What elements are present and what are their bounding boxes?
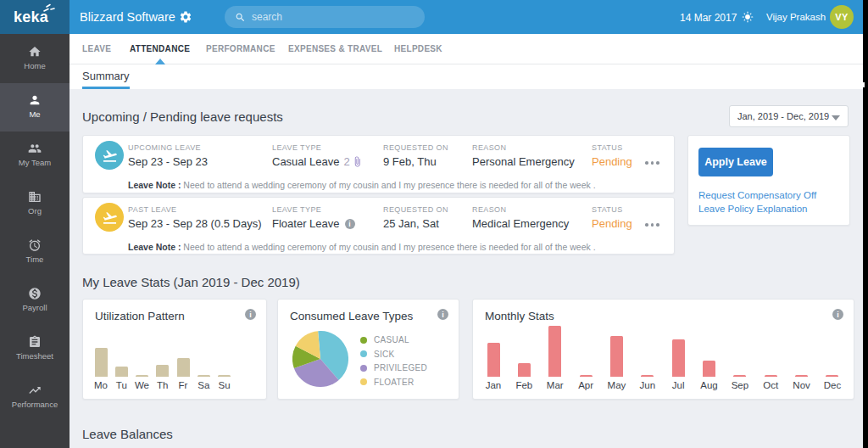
- bar-dec: [826, 375, 838, 377]
- bar-axis-label: Su: [219, 380, 231, 390]
- performance-icon: [28, 384, 42, 397]
- leave-plane-icon: [95, 203, 124, 232]
- user-avatar[interactable]: VY: [830, 5, 854, 29]
- link-request-compensatory-off[interactable]: Request Compensatory Off: [698, 190, 816, 200]
- tab-performance[interactable]: PERFORMANCE: [206, 44, 275, 53]
- info-icon[interactable]: i: [832, 309, 843, 320]
- sidebar-item-label: Me: [0, 109, 70, 119]
- chevron-down-icon: [832, 115, 840, 120]
- bar-axis-label: Apr: [578, 380, 593, 390]
- bar-may: [610, 336, 623, 377]
- bar-sep: [733, 375, 746, 377]
- leave-note: Leave Note : Need to attend a wedding ce…: [128, 180, 596, 190]
- bar-we: [136, 375, 148, 377]
- bar-oct: [765, 375, 777, 377]
- legend-item-casual: CASUAL: [360, 335, 409, 344]
- tab-leave[interactable]: LEAVE: [82, 44, 111, 53]
- leave-status-value: Pending: [592, 217, 632, 230]
- bar-th: [156, 365, 169, 377]
- bar-axis-label: Oct: [763, 380, 778, 390]
- info-icon[interactable]: i: [345, 219, 355, 229]
- gear-icon[interactable]: [179, 10, 192, 24]
- subtab-bar: Summary: [70, 64, 868, 89]
- leave-dates-column: UPCOMING LEAVESep 23 - Sep 23: [128, 143, 208, 168]
- search-placeholder: search: [252, 11, 282, 23]
- utilization-pattern-card: Utilization PatterniMoTuWeThFrSaSu: [82, 299, 267, 400]
- top-header: keka Blizzard Software search 14 Mar 201…: [0, 0, 868, 34]
- legend-label: FLOATER: [374, 378, 414, 387]
- tab-summary[interactable]: Summary: [82, 70, 130, 82]
- bar-jun: [641, 375, 654, 377]
- leave-status-label: STATUS: [592, 205, 632, 214]
- leave-status-column: STATUSPending: [592, 205, 632, 230]
- sidebar-item-performance[interactable]: Performance: [0, 373, 70, 422]
- sidebar-item-org[interactable]: Org: [0, 180, 70, 228]
- leave-note: Leave Note : Need to attend a wedding ce…: [128, 242, 596, 252]
- bar-axis-label: Mo: [94, 380, 108, 390]
- info-icon[interactable]: i: [437, 309, 448, 320]
- info-icon[interactable]: i: [245, 309, 256, 320]
- screen-edge-notch: [856, 82, 865, 87]
- tab-expenses-travel[interactable]: EXPENSES & TRAVEL: [288, 44, 382, 53]
- bar-axis-label: Dec: [824, 380, 841, 390]
- row-menu-dots[interactable]: [645, 223, 659, 227]
- paperclip-icon[interactable]: [352, 156, 363, 167]
- attachment-count[interactable]: 2: [344, 155, 350, 168]
- row-menu-dots[interactable]: [645, 161, 659, 165]
- stat-card-title: Utilization Pattern: [95, 310, 185, 322]
- legend-item-sick: SICK: [360, 350, 395, 359]
- bar-axis-label: Aug: [700, 380, 717, 390]
- keka-logo[interactable]: keka: [0, 0, 70, 34]
- legend-dot: [360, 378, 367, 385]
- timesheet-icon: [28, 335, 42, 349]
- bar-axis-label: Feb: [515, 380, 532, 390]
- search-input[interactable]: search: [225, 6, 425, 28]
- requested-on-value: 9 Feb, Thu: [383, 155, 448, 168]
- period-dropdown-value: Jan, 2019 - Dec, 2019: [737, 111, 829, 121]
- sidebar-item-payroll[interactable]: Payroll: [0, 277, 70, 325]
- section-title-leave-balances: Leave Balances: [82, 427, 173, 441]
- requested-on-column: REQUESTED ON25 Jan, Sat: [383, 205, 448, 230]
- bar-sa: [198, 375, 210, 377]
- section-title-leave-stats: My Leave Stats (Jan 2019 - Dec 2019): [82, 275, 300, 289]
- sidebar-item-timesheet[interactable]: Timesheet: [0, 325, 70, 373]
- period-dropdown[interactable]: Jan, 2019 - Dec, 2019: [729, 105, 849, 127]
- stat-card-title: Monthly Stats: [485, 310, 554, 322]
- sidebar-item-time[interactable]: Time: [0, 228, 70, 277]
- legend-dot: [360, 337, 367, 344]
- legend-label: CASUAL: [374, 335, 409, 344]
- bar-axis-label: Jan: [486, 380, 502, 390]
- leave-dates-column: PAST LEAVESep 23 - Sep 28 (0.5 Days): [128, 205, 262, 230]
- sidebar-item-label: Home: [0, 61, 70, 70]
- sidebar-item-label: Payroll: [0, 303, 70, 312]
- leave-type-column: LEAVE TYPEFloater Leavei: [272, 205, 355, 230]
- tab-attendance[interactable]: ATTENDANCE: [130, 44, 190, 53]
- tab-helpdesk[interactable]: HELPDESK: [394, 44, 442, 53]
- link-leave-policy-explanation[interactable]: Leave Policy Explanation: [698, 204, 808, 214]
- apply-leave-button[interactable]: Apply Leave: [698, 148, 773, 176]
- bar-axis-label: May: [608, 380, 626, 390]
- leave-request-row: PAST LEAVESep 23 - Sep 28 (0.5 Days)LEAV…: [82, 197, 675, 255]
- bar-axis-label: Jul: [672, 380, 685, 390]
- leave-dates-value: Sep 23 - Sep 23: [128, 155, 208, 168]
- current-date: 14 Mar 2017: [680, 12, 737, 24]
- bar-axis-label: Sa: [198, 380, 209, 390]
- bar-axis-label: We: [135, 380, 149, 390]
- active-tab-indicator: [155, 59, 165, 64]
- leave-dates-label: PAST LEAVE: [128, 205, 262, 214]
- company-name[interactable]: Blizzard Software: [80, 10, 175, 24]
- user-name[interactable]: Vijay Prakash: [766, 12, 826, 22]
- legend-dot: [360, 365, 367, 372]
- leave-reason-column: REASONPersonal Emergency: [472, 143, 575, 168]
- bar-tu: [115, 367, 128, 377]
- sidebar-item-my-team[interactable]: My Team: [0, 132, 70, 180]
- brightness-icon[interactable]: [742, 11, 754, 23]
- module-tabbar: LEAVEATTENDANCEPERFORMANCEEXPENSES & TRA…: [70, 34, 868, 64]
- leave-type-label: LEAVE TYPE: [272, 205, 355, 214]
- sidebar-item-me[interactable]: Me: [0, 83, 70, 132]
- stat-card-title: Consumed Leave Types: [290, 310, 413, 322]
- payroll-icon: [28, 287, 42, 300]
- sidebar-item-home[interactable]: Home: [0, 35, 70, 83]
- leave-actions-panel: Apply Leave Request Compensatory OffLeav…: [687, 135, 850, 226]
- requested-on-label: REQUESTED ON: [383, 205, 448, 214]
